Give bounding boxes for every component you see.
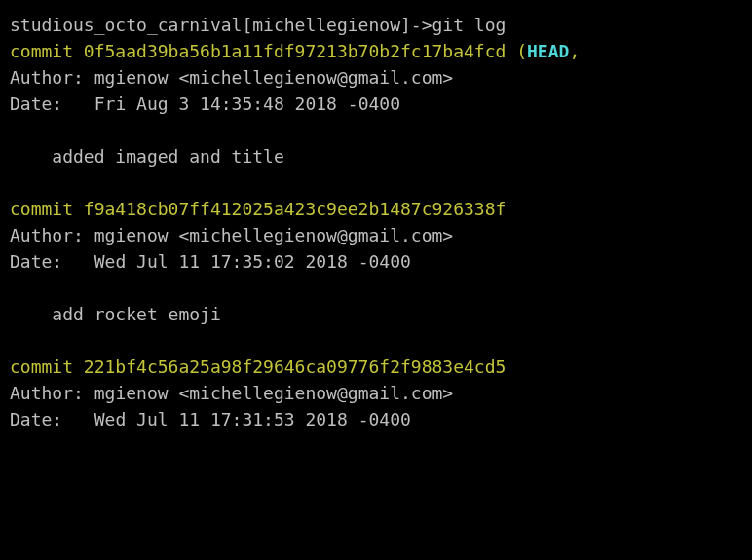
prompt-line: studious_octo_carnival[michellegienow]->… <box>10 12 742 38</box>
commit-hash-line: commit 0f5aad39ba56b1a11fdf97213b70b2fc1… <box>10 38 742 64</box>
author-line: Author: mgienow <michellegienow@gmail.co… <box>10 222 742 248</box>
author-value: mgienow <michellegienow@gmail.com> <box>94 67 453 88</box>
blank-line <box>10 275 742 301</box>
author-line: Author: mgienow <michellegienow@gmail.co… <box>10 64 742 91</box>
commit-label: commit <box>10 199 84 219</box>
author-label: Author: <box>10 383 94 403</box>
commit-hash: f9a418cb07ff412025a423c9ee2b1487c926338f <box>84 199 506 219</box>
ref-head: HEAD <box>527 41 569 61</box>
date-line: Date: Fri Aug 3 14:35:48 2018 -0400 <box>10 91 742 117</box>
author-value: mgienow <michellegienow@gmail.com> <box>94 383 453 403</box>
author-line: Author: mgienow <michellegienow@gmail.co… <box>10 380 742 406</box>
date-value: Wed Jul 11 17:31:53 2018 -0400 <box>94 409 411 429</box>
commit-hash: 221bf4c56a25a98f29646ca09776f2f9883e4cd5 <box>84 356 506 377</box>
commit-hash-line: commit 221bf4c56a25a98f29646ca09776f2f98… <box>10 354 742 380</box>
author-value: mgienow <michellegienow@gmail.com> <box>94 225 453 245</box>
commit-hash: 0f5aad39ba56b1a11fdf97213b70b2fc17ba4fcd <box>84 41 506 61</box>
date-label: Date: <box>10 251 94 272</box>
commit-label: commit <box>10 356 84 377</box>
date-label: Date: <box>10 93 94 114</box>
author-label: Author: <box>10 67 94 88</box>
blank-line <box>10 117 742 143</box>
date-line: Date: Wed Jul 11 17:35:02 2018 -0400 <box>10 248 742 275</box>
commit-message: added imaged and title <box>10 143 742 169</box>
command-text: git log <box>432 15 506 35</box>
date-label: Date: <box>10 409 94 429</box>
blank-line <box>10 327 742 354</box>
commit-message: add rocket emoji <box>10 301 742 327</box>
date-line: Date: Wed Jul 11 17:31:53 2018 -0400 <box>10 406 742 432</box>
ref-open: ( <box>506 41 527 61</box>
commit-hash-line: commit f9a418cb07ff412025a423c9ee2b1487c… <box>10 196 742 222</box>
commit-label: commit <box>10 41 84 61</box>
prompt-path: studious_octo_carnival[michellegienow]-> <box>10 15 432 35</box>
author-label: Author: <box>10 225 94 245</box>
date-value: Fri Aug 3 14:35:48 2018 -0400 <box>94 93 400 114</box>
ref-trail: , <box>569 41 580 61</box>
blank-line <box>10 169 742 196</box>
date-value: Wed Jul 11 17:35:02 2018 -0400 <box>94 251 411 272</box>
